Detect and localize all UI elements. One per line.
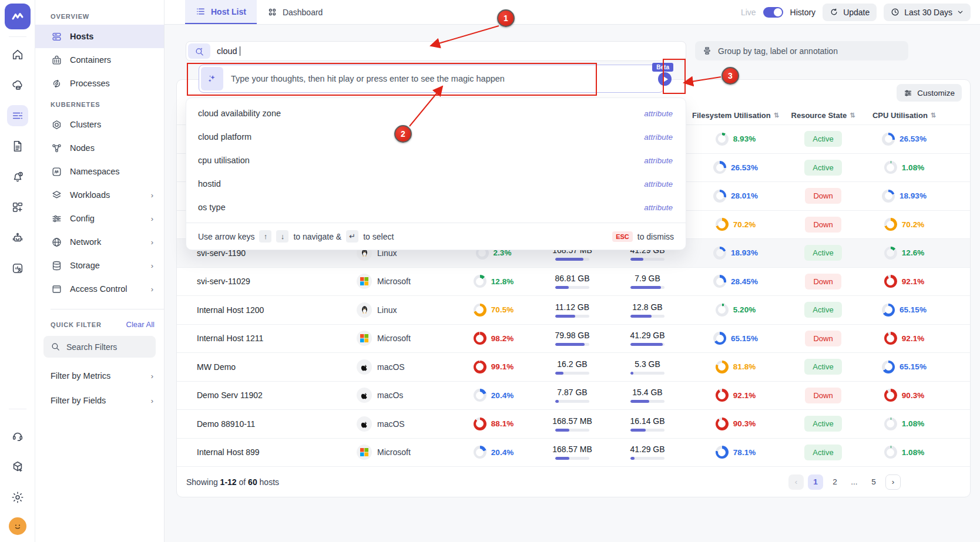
sidebar-item-workloads[interactable]: Workloads›: [35, 183, 164, 207]
column-header-filesystem[interactable]: Filesystem Utilisation⇅: [687, 111, 784, 120]
column-header-cpu[interactable]: CPU Utilisation⇅: [862, 111, 947, 120]
suggestion-cloud-platform[interactable]: cloud platformattribute: [186, 125, 686, 149]
disk-metric: 5.3 GB: [630, 359, 664, 375]
usage-bar: [630, 315, 664, 318]
memory-utilisation: 20.4%: [474, 446, 514, 459]
prev-page-button[interactable]: ‹: [788, 474, 804, 490]
rail-divider: [9, 36, 26, 37]
host-name[interactable]: MW Demo: [186, 362, 357, 372]
sort-icon[interactable]: ⇅: [850, 112, 855, 119]
config-icon: [51, 213, 62, 224]
tab-host-list[interactable]: Host List: [185, 0, 257, 24]
metric-value: 12.8 GB: [630, 302, 664, 312]
os-label: macOS: [377, 419, 405, 429]
host-name[interactable]: svi-serv-11029: [186, 277, 357, 286]
sidebar-item-hosts[interactable]: Hosts: [35, 25, 164, 48]
sort-icon[interactable]: ⇅: [931, 112, 936, 119]
icon-rail: [0, 0, 35, 542]
assistant-bot-icon[interactable]: [7, 227, 28, 248]
table-row-mw-demo[interactable]: MW DemomacOS99.1%16.2 GB5.3 GB81.8%Activ…: [177, 352, 970, 381]
metric-value: 7.9 GB: [630, 274, 664, 283]
sidebar-item-config[interactable]: Config›: [35, 207, 164, 230]
metric-value: 16.2 GB: [555, 359, 589, 369]
donut-chart: [713, 247, 726, 260]
metric-value: 5.3 GB: [630, 359, 664, 369]
percentage-value: 26.53%: [900, 134, 927, 143]
storage-icon: [51, 260, 62, 271]
status-badge: Down: [805, 217, 841, 233]
sidebar-item-clusters[interactable]: Clusters: [35, 113, 164, 136]
play-button[interactable]: [658, 72, 672, 86]
arrow-down-key: ↓: [276, 230, 288, 243]
host-search-input[interactable]: cloud: [186, 41, 686, 61]
ai-search-icon: [188, 43, 210, 59]
ai-prompt-input[interactable]: Type your thoughts, then hit play or pre…: [199, 65, 664, 93]
play-icon: [663, 76, 668, 82]
middleware-logo[interactable]: [5, 4, 31, 29]
sidebar-item-access-control[interactable]: Access Control›: [35, 277, 164, 301]
clear-all-link[interactable]: Clear All: [126, 320, 155, 329]
home-icon[interactable]: [7, 44, 28, 65]
search-filters-input[interactable]: Search Filters: [43, 336, 156, 358]
customize-button[interactable]: Customize: [897, 84, 962, 102]
table-row-demo-serv-11902[interactable]: Demo Serv 11902macOs20.4%7.87 GB15.4 GB9…: [177, 381, 970, 410]
sidebar-item-storage[interactable]: Storage›: [35, 254, 164, 277]
update-button[interactable]: Update: [823, 4, 877, 21]
host-name[interactable]: Demo Serv 11902: [186, 390, 357, 400]
sidebar-item-label: Access Control: [70, 284, 127, 294]
user-insights-icon[interactable]: [7, 258, 28, 279]
sidebar-item-processes[interactable]: Processes: [35, 72, 164, 95]
suggestion-cloud-availability-zone[interactable]: cloud availability zoneattribute: [186, 102, 686, 125]
suggestion-os-type[interactable]: os typeattribute: [186, 196, 686, 219]
sidebar-item-namespaces[interactable]: Namespaces: [35, 160, 164, 183]
percentage-value: 92.1%: [733, 391, 756, 400]
usage-bar: [630, 258, 664, 261]
table-row-internal-host-1211[interactable]: Internal Host 1211Microsoft98.2%79.98 GB…: [177, 324, 970, 353]
chevron-right-icon: ›: [151, 238, 153, 247]
process-icon: [51, 78, 62, 89]
time-range-button[interactable]: Last 30 Days: [884, 4, 971, 21]
percentage-value: 78.1%: [733, 448, 756, 457]
percentage-value: 70.2%: [733, 220, 756, 229]
page-button-5[interactable]: 5: [866, 474, 881, 490]
integrations-icon[interactable]: [7, 456, 28, 477]
table-row-demo-88910-11[interactable]: Demo 88910-11macOS88.1%168.57 MB16.14 GB…: [177, 409, 970, 438]
memory-metric: 16.2 GB: [555, 359, 589, 375]
alerts-icon[interactable]: [7, 166, 28, 187]
donut-chart: [713, 275, 726, 288]
live-history-toggle[interactable]: [763, 7, 783, 18]
logs-icon[interactable]: [7, 136, 28, 157]
support-icon[interactable]: [7, 426, 28, 447]
host-list-icon[interactable]: [7, 105, 28, 126]
host-name[interactable]: Internal Host 1200: [186, 305, 357, 315]
usage-bar: [555, 429, 589, 432]
next-page-button[interactable]: ›: [885, 474, 901, 490]
host-name[interactable]: Internal Host 1211: [186, 334, 357, 343]
table-row-internal-host-1200[interactable]: Internal Host 1200Linux70.5%11.12 GB12.8…: [177, 295, 970, 324]
cloud-infrastructure-icon[interactable]: [7, 75, 28, 96]
filter-item-filter-by-fields[interactable]: Filter by Fields›: [35, 388, 164, 413]
group-by-input[interactable]: Group by tag, label or annotation: [695, 41, 908, 60]
suggestion-label: cloud platform: [198, 132, 251, 142]
sidebar-item-nodes[interactable]: Nodes: [35, 136, 164, 160]
table-row-internal-host-899[interactable]: Internal Host 899Microsoft20.4%168.57 MB…: [177, 438, 970, 467]
user-avatar[interactable]: [9, 517, 26, 535]
suggestion-cpu-utilisation[interactable]: cpu utilisationattribute: [186, 149, 686, 172]
donut-chart: [716, 218, 729, 231]
column-header-state[interactable]: Resource State⇅: [784, 111, 862, 120]
settings-icon[interactable]: [7, 487, 28, 508]
table-row-svi-serv-11029[interactable]: svi-serv-11029Microsoft12.8%86.81 GB7.9 …: [177, 267, 970, 296]
dashboard-builder-icon[interactable]: [7, 197, 28, 218]
page-button-1[interactable]: 1: [808, 474, 823, 490]
sidebar-item-containers[interactable]: Containers: [35, 48, 164, 72]
host-name[interactable]: Demo 88910-11: [186, 419, 357, 429]
sort-icon[interactable]: ⇅: [774, 112, 779, 119]
page-button-2[interactable]: 2: [827, 474, 843, 490]
sidebar-item-network[interactable]: Network›: [35, 230, 164, 254]
filter-item-filter-by-metrics[interactable]: Filter by Metrics›: [35, 363, 164, 388]
suggestion-hostid[interactable]: hostidattribute: [186, 172, 686, 196]
section-label-kubernetes: KUBERNETES: [35, 95, 164, 113]
host-name[interactable]: Internal Host 899: [186, 447, 357, 457]
cpu-utilisation: 1.08%: [884, 161, 924, 174]
tab-dashboard[interactable]: Dashboard: [257, 0, 334, 24]
